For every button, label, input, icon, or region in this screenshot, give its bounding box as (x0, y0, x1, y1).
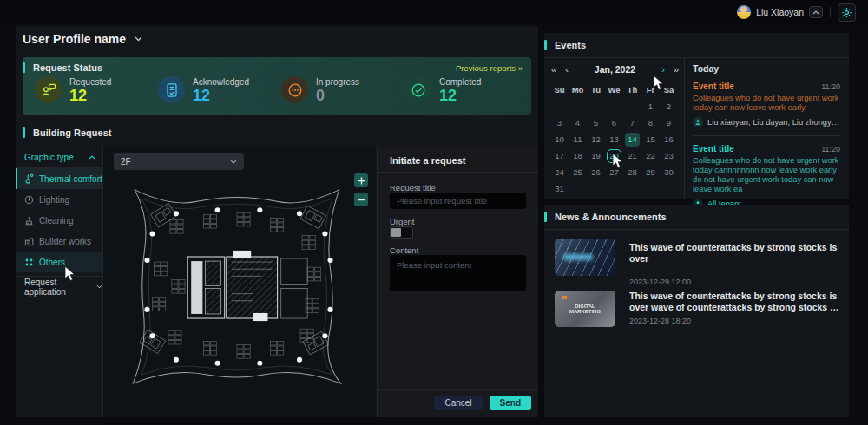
calendar-day[interactable]: 25 (569, 164, 587, 180)
floorplan-drawing (121, 180, 358, 393)
calendar-next-year-button[interactable]: » (674, 64, 679, 75)
graphic-type-toggle[interactable]: Graphic type (16, 147, 102, 168)
floor-select[interactable]: 2F (114, 153, 244, 170)
calendar-day[interactable]: 22 (641, 147, 660, 164)
calendar-day[interactable]: 9 (660, 114, 678, 131)
main-panel: User Profile name Request Status Previou… (16, 26, 538, 417)
calendar-day[interactable]: 19 (587, 147, 605, 164)
lightbulb-icon (24, 195, 34, 205)
stat-value: 0 (316, 88, 359, 103)
user-menu[interactable]: Liu Xiaoyan (737, 5, 823, 19)
calendar-day[interactable]: 1 (641, 98, 660, 114)
calendar-day[interactable]: 17 (550, 147, 569, 164)
toggle-knob (391, 228, 401, 237)
calendar-day-empty (623, 180, 641, 197)
calendar-day[interactable]: 28 (623, 164, 641, 180)
calendar-day[interactable]: 14 (623, 131, 641, 147)
stat-in-progress: In progress 0 (281, 76, 404, 103)
initiate-request-form: Initiate a request Request title Urgent … (377, 147, 538, 417)
calendar-day[interactable]: 2 (660, 98, 678, 114)
calendar-day[interactable]: 4 (569, 114, 587, 131)
news-item[interactable]: This wave of counterattacks by strong st… (555, 239, 840, 286)
calendar-day[interactable]: 15 (641, 131, 660, 147)
divider (693, 135, 840, 136)
calendar-day[interactable]: 3 (550, 114, 569, 131)
chevron-up-icon (89, 155, 95, 160)
stat-requested: Requested 12 (35, 76, 158, 103)
news-item-date: 2023-12-28 18:20 (629, 317, 840, 325)
calendar-day[interactable]: 27 (605, 164, 623, 180)
calendar-day[interactable]: 16 (660, 131, 678, 147)
graphic-type-label: Graphic type (24, 153, 74, 162)
broom-icon (24, 216, 34, 226)
stat-label: Requested (69, 77, 111, 87)
calendar-day[interactable]: 20 (605, 147, 623, 164)
news-item[interactable]: DIGITAL MARKETING This wave of counterat… (555, 291, 840, 327)
today-events: Today Event title 11:20 Colleagues who d… (693, 57, 840, 209)
calendar-day[interactable]: 31 (550, 180, 569, 197)
calendar-day[interactable]: 23 (660, 147, 678, 164)
event-title: Event title (693, 82, 734, 91)
content-textarea[interactable] (390, 255, 526, 291)
request-status-panel: Request Status Previous reports » Reques… (23, 57, 531, 115)
chevron-down-icon (135, 36, 142, 42)
calendar-day[interactable]: 6 (605, 114, 623, 131)
thumbnail-text: DIGITAL MARKETING (559, 304, 611, 314)
calendar-day[interactable]: 12 (587, 131, 605, 147)
check-circle-icon (404, 76, 431, 103)
sidebar-item-lighting[interactable]: Lighting (16, 189, 102, 210)
event-attendees: Liu xiaoyan; Liu dayan; Liu zhongyan; Li… (707, 118, 840, 127)
chevron-down-icon (230, 160, 237, 164)
calendar-day[interactable]: 7 (623, 114, 641, 131)
urgent-toggle[interactable] (390, 226, 413, 239)
divider (555, 284, 840, 284)
calendar-day[interactable]: 21 (623, 147, 641, 164)
request-application-label: Request application (24, 278, 91, 297)
building-request-title: Building Request (33, 128, 111, 138)
sidebar-item-thermal-comfort[interactable]: Thermal comfort (16, 168, 102, 189)
sidebar-item-builder-works[interactable]: Builder works (16, 231, 102, 252)
cancel-button[interactable]: Cancel (434, 396, 482, 410)
floorplan-canvas[interactable]: 2F (102, 147, 376, 417)
calendar-prev-year-button[interactable]: « (551, 64, 556, 75)
previous-reports-link[interactable]: Previous reports » (456, 63, 523, 73)
profile-selector[interactable]: User Profile name (23, 32, 142, 46)
calendar-next-month-button[interactable]: › (661, 64, 665, 75)
news-item-title: This wave of counterattacks by strong st… (629, 291, 840, 313)
building-request-sidebar: Graphic type Thermal comfort Lighting Cl… (16, 147, 102, 417)
calendar-day-header: We (605, 82, 623, 98)
calendar-day-header: Mo (569, 82, 587, 98)
calendar-day[interactable]: 24 (550, 164, 569, 180)
send-button[interactable]: Send (490, 396, 531, 410)
request-application-toggle[interactable]: Request application (16, 276, 102, 297)
calendar-day[interactable]: 29 (641, 164, 660, 180)
calendar-day[interactable]: 30 (660, 164, 678, 180)
calendar-month-label: Jan, 2022 (569, 64, 661, 75)
user-menu-collapse-button[interactable] (809, 6, 823, 18)
sidebar-item-cleaning[interactable]: Cleaning (16, 210, 102, 231)
person-chat-icon (35, 76, 62, 103)
calendar-day[interactable]: 18 (569, 147, 587, 164)
calendar-day[interactable]: 5 (587, 114, 605, 131)
stat-value: 12 (69, 88, 111, 103)
calendar-day[interactable]: 11 (569, 131, 587, 147)
stat-label: In progress (316, 77, 359, 87)
sidebar-item-label: Lighting (39, 195, 69, 205)
ellipsis-circle-icon (281, 76, 308, 103)
calendar-day[interactable]: 13 (605, 131, 623, 147)
calendar-day-empty (587, 180, 605, 197)
calendar-day[interactable]: 10 (550, 131, 569, 147)
calendar-day-empty (660, 180, 678, 197)
sidebar-item-others[interactable]: Others (16, 252, 102, 272)
calendar-day[interactable]: 8 (641, 114, 660, 131)
calendar-day[interactable]: 26 (587, 164, 605, 180)
urgent-label: Urgent (390, 217, 415, 226)
event-item[interactable]: Event title 11:20 Colleagues who do not … (693, 82, 840, 136)
news-item-title: This wave of counterattacks by strong st… (629, 242, 840, 265)
request-title-input[interactable] (390, 193, 526, 209)
settings-button[interactable] (838, 3, 856, 22)
request-title-label: Request title (390, 183, 436, 193)
calendar-day-header: Fr (641, 82, 660, 98)
stat-completed: Completed 12 (404, 76, 528, 103)
event-item[interactable]: Event title 11:20 Colleagues who do not … (693, 144, 840, 209)
